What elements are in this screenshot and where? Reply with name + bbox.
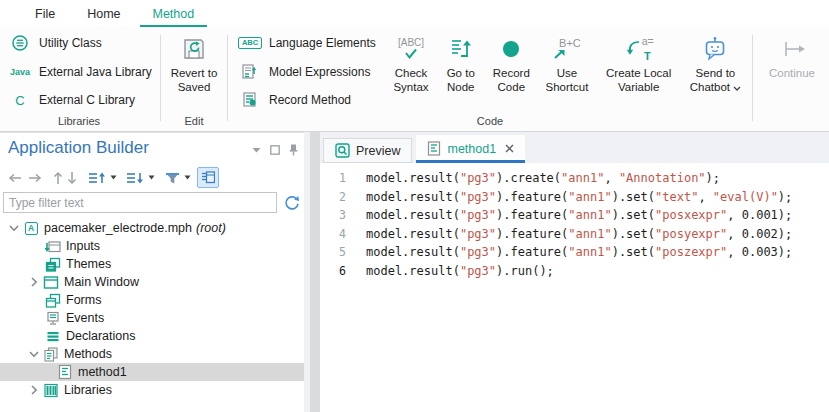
go-to-node-button[interactable]: Go to Node (436, 27, 485, 114)
utility-class-icon (8, 34, 32, 52)
ribbon-group-code: ABC Language Elements Model Expressions (230, 27, 750, 131)
record-method-icon (238, 91, 262, 109)
sort-descending-dropdown-icon[interactable] (146, 168, 157, 188)
utility-class-label: Utility Class (39, 36, 102, 50)
libraries-icon (42, 383, 60, 398)
utility-class-button[interactable]: Utility Class (8, 33, 152, 53)
model-expressions-label: Model Expressions (269, 65, 370, 79)
tree-item-methods[interactable]: Methods (0, 345, 304, 363)
use-shortcut-button[interactable]: B+C Use Shortcut (537, 27, 596, 114)
events-icon (44, 311, 62, 326)
preview-icon (335, 143, 350, 158)
create-local-variable-button[interactable]: a= T Create Local Variable (596, 27, 680, 114)
tree-item-libraries[interactable]: Libraries (0, 381, 304, 399)
tab-method1[interactable]: method1 (416, 135, 525, 163)
chevron-down-icon[interactable] (26, 350, 42, 358)
chevron-right-icon[interactable] (26, 277, 42, 287)
ribbon-group-continue: Continue (755, 27, 829, 131)
tree-item-label: pacemaker_electrode.mph (44, 221, 192, 235)
tree-item-themes[interactable]: Themes (0, 255, 304, 273)
line-number: 2 (320, 188, 352, 207)
forward-arrow-icon[interactable] (25, 168, 45, 188)
editor-view-icon (201, 171, 215, 184)
filter-icon[interactable] (163, 168, 182, 188)
use-shortcut-icon: B+C (553, 31, 581, 67)
forms-icon (44, 293, 62, 308)
external-c-library-button[interactable]: C External C Library (8, 90, 152, 110)
model-expressions-button[interactable]: Model Expressions (238, 62, 376, 82)
tree-item-suffix: (root) (196, 221, 226, 235)
panel-title: Application Builder (8, 138, 149, 157)
create-local-variable-icon: a= T (624, 31, 654, 67)
ribbon-tab-method[interactable]: Method (140, 3, 208, 27)
show-in-editor-toggle-button[interactable] (197, 167, 219, 188)
declarations-icon (44, 329, 62, 344)
tree-item-label: Methods (64, 347, 112, 361)
tree-item-inputs[interactable]: Inputs (0, 237, 304, 255)
chevron-right-icon[interactable] (26, 385, 42, 395)
external-java-library-button[interactable]: Java External Java Library (8, 62, 152, 82)
panel-pin-icon[interactable] (289, 144, 298, 156)
tab-preview[interactable]: Preview (323, 138, 412, 163)
move-down-arrow-icon[interactable] (65, 168, 79, 188)
record-method-label: Record Method (269, 93, 351, 107)
revert-to-saved-button[interactable]: Revert to Saved (163, 27, 225, 114)
chevron-down-icon[interactable] (6, 224, 22, 232)
back-arrow-icon[interactable] (5, 168, 25, 188)
language-elements-button[interactable]: ABC Language Elements (238, 33, 376, 53)
ribbon-separator (160, 35, 161, 121)
code-line: 1 model.result("pg3").create("ann1", "An… (320, 169, 829, 188)
ribbon-group-edit: Revert to Saved Edit (163, 27, 225, 131)
move-up-arrow-icon[interactable] (51, 168, 65, 188)
application-builder-panel: Application Builder A pacemaker_electrod… (0, 132, 304, 412)
send-to-chatbot-button[interactable]: Send to Chatbot (681, 27, 750, 114)
tree-item-label: Main Window (64, 275, 139, 289)
ribbon: File Home Method Utility Class Java Exte… (0, 0, 829, 132)
sort-ascending-dropdown-icon[interactable] (108, 168, 119, 188)
tree-item-main-window[interactable]: Main Window (0, 273, 304, 291)
code-line: 2 model.result("pg3").feature("ann1").se… (320, 188, 829, 207)
continue-icon (777, 31, 807, 67)
code-line: 3 model.result("pg3").feature("ann1").se… (320, 206, 829, 225)
record-code-icon (501, 31, 521, 67)
ribbon-group-libraries: Utility Class Java External Java Library… (0, 27, 158, 131)
send-to-chatbot-label: Send to Chatbot (686, 67, 745, 94)
record-code-button[interactable]: Record Code (485, 27, 537, 114)
tree-item-forms[interactable]: Forms (0, 291, 304, 309)
chatbot-icon (702, 31, 728, 67)
check-syntax-icon: [ABC] (398, 31, 424, 67)
tree-item-label: method1 (78, 365, 127, 379)
method-document-icon (427, 141, 441, 156)
refresh-icon[interactable] (284, 195, 300, 211)
ribbon-tab-file[interactable]: File (22, 3, 68, 27)
record-method-button[interactable]: Record Method (238, 90, 376, 110)
tree-item-label: Events (66, 311, 104, 325)
tree-item-events[interactable]: Events (0, 309, 304, 327)
application-tree: A pacemaker_electrode.mph (root) Inputs … (0, 219, 304, 399)
main-window-icon (42, 275, 60, 290)
check-syntax-button[interactable]: [ABC] Check Syntax (386, 27, 437, 114)
panel-float-icon[interactable] (270, 145, 280, 155)
close-icon[interactable] (505, 144, 514, 153)
code-group-label: Code (230, 114, 750, 131)
tree-item-method1[interactable]: method1 (0, 363, 304, 381)
line-number: 1 (320, 169, 352, 188)
sort-ascending-icon[interactable] (86, 168, 108, 188)
tree-item-declarations[interactable]: Declarations (0, 327, 304, 345)
filter-text-input[interactable] (3, 192, 277, 213)
tree-item-root[interactable]: A pacemaker_electrode.mph (root) (0, 219, 304, 237)
panel-menu-chevron-icon[interactable] (252, 147, 261, 153)
edit-group-label: Edit (163, 114, 225, 131)
ribbon-tab-home[interactable]: Home (74, 3, 133, 27)
filter-dropdown-icon[interactable] (182, 168, 193, 188)
continue-label: Continue (769, 67, 815, 81)
line-number: 3 (320, 206, 352, 225)
continue-button[interactable]: Continue (755, 27, 829, 114)
revert-to-saved-label: Revert to Saved (168, 67, 220, 94)
sort-descending-icon[interactable] (124, 168, 146, 188)
ribbon-separator (227, 35, 228, 121)
tree-item-label: Inputs (66, 239, 100, 253)
code-editor-area[interactable]: 1 model.result("pg3").create("ann1", "An… (320, 163, 829, 412)
tab-preview-label: Preview (356, 144, 400, 158)
panel-splitter[interactable] (304, 132, 320, 412)
